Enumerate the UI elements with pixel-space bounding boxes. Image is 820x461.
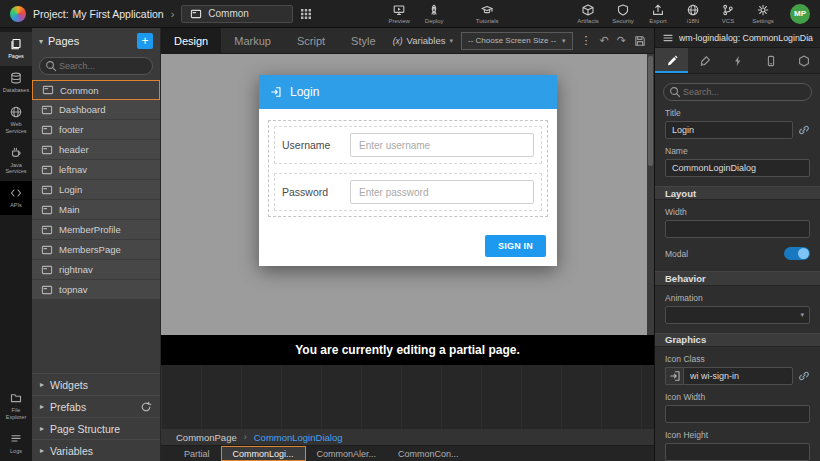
breadcrumb-current[interactable]: CommonLoginDialog — [254, 432, 343, 443]
width-input[interactable] — [665, 220, 810, 238]
page-selector[interactable]: Common — [181, 5, 293, 23]
rail-item-java-services[interactable]: Java Services — [0, 141, 32, 182]
icon-height-input[interactable] — [665, 443, 810, 461]
tab-design[interactable]: Design — [161, 28, 221, 53]
tab-device[interactable] — [754, 48, 787, 73]
bottom-tab-partial[interactable]: Partial — [173, 446, 221, 461]
username-row[interactable]: Username — [274, 126, 542, 164]
redo-icon[interactable]: ↷ — [617, 34, 626, 47]
bind-icon-class-icon[interactable] — [798, 370, 810, 382]
page-item-memberprofile[interactable]: MemberProfile — [32, 220, 160, 240]
page-icon — [41, 264, 53, 276]
password-row[interactable]: Password — [274, 173, 542, 211]
tab-style[interactable]: Style — [338, 28, 388, 53]
modal-toggle[interactable] — [784, 247, 810, 260]
username-input[interactable] — [350, 133, 534, 157]
menu-icon[interactable] — [662, 32, 674, 44]
pages-panel: ▾ Pages + Common Dashboard foo — [32, 28, 161, 461]
project-name: My First Application — [73, 8, 164, 20]
sign-in-icon — [270, 86, 282, 98]
bind-property-icon[interactable] — [798, 124, 810, 136]
save-icon[interactable] — [634, 35, 646, 47]
preview-button[interactable]: Preview — [385, 4, 413, 24]
page-item-footer[interactable]: footer — [32, 120, 160, 140]
layout-section-header[interactable]: Layout — [655, 186, 820, 200]
page-item-dashboard[interactable]: Dashboard — [32, 100, 160, 120]
add-page-button[interactable]: + — [137, 33, 153, 49]
vcs-button[interactable]: VCS — [714, 4, 742, 24]
rail-item-logs[interactable]: Logs — [0, 427, 32, 461]
panel-sections: ▸ Widgets ▸ Prefabs ▸ Page Structure ▸ V… — [32, 373, 160, 461]
refresh-icon[interactable] — [140, 401, 152, 413]
password-input[interactable] — [350, 180, 534, 204]
variables-dropdown[interactable]: (x) Variables ▾ — [393, 35, 453, 46]
page-item-topnav[interactable]: topnav — [32, 280, 160, 300]
security-button[interactable]: Security — [609, 4, 637, 24]
icon-width-field-label: Icon Width — [665, 392, 810, 402]
page-item-main[interactable]: Main — [32, 200, 160, 220]
canvas-scrollbar[interactable] — [647, 54, 654, 335]
page-content-area[interactable] — [161, 365, 654, 429]
page-item-login[interactable]: Login — [32, 180, 160, 200]
chevron-down-icon: ▾ — [450, 37, 454, 45]
pages-panel-header: ▾ Pages + — [32, 28, 160, 54]
animation-select[interactable]: ▾ — [665, 306, 810, 324]
collapse-caret-icon[interactable]: ▾ — [39, 37, 43, 46]
tab-properties[interactable] — [655, 48, 688, 73]
prefabs-section[interactable]: ▸ Prefabs — [32, 395, 160, 417]
app-logo-icon[interactable] — [10, 6, 26, 22]
title-input[interactable] — [665, 121, 793, 139]
variables-section[interactable]: ▸ Variables — [32, 439, 160, 461]
behavior-section-header[interactable]: Behavior — [655, 271, 820, 285]
tab-security[interactable] — [787, 48, 820, 73]
page-item-rightnav[interactable]: rightnav — [32, 260, 160, 280]
i18n-button[interactable]: i18N — [679, 4, 707, 24]
bottom-tab-commonconfirmdialog[interactable]: CommonCon... — [387, 446, 470, 461]
settings-button[interactable]: Settings — [749, 4, 777, 24]
icon-width-input[interactable] — [665, 405, 810, 423]
breadcrumb-parent[interactable]: CommonPage — [176, 432, 237, 443]
dialog-header[interactable]: Login — [259, 75, 557, 109]
rail-item-apis[interactable]: APIs — [0, 181, 32, 215]
rail-item-web-services[interactable]: Web Services — [0, 100, 32, 141]
page-item-memberspage[interactable]: MembersPage — [32, 240, 160, 260]
undo-icon[interactable]: ↶ — [600, 34, 609, 47]
more-options-icon[interactable]: ⋮ — [581, 34, 592, 47]
page-item-leftnav[interactable]: leftnav — [32, 160, 160, 180]
screen-size-select[interactable]: -- Choose Screen Size -- ▾ — [461, 32, 573, 50]
bottom-tab-commonlogindialog[interactable]: CommonLogi... — [221, 446, 306, 461]
chevron-right-icon[interactable]: › — [171, 8, 175, 20]
rail-item-pages[interactable]: Pages — [0, 32, 32, 66]
page-structure-section[interactable]: ▸ Page Structure — [32, 417, 160, 439]
widgets-section[interactable]: ▸ Widgets — [32, 373, 160, 395]
name-input[interactable] — [665, 159, 810, 177]
bottom-tab-commonalertdialog[interactable]: CommonAler... — [306, 446, 388, 461]
rail-item-file-explorer[interactable]: File Explorer — [0, 386, 32, 427]
page-item-common[interactable]: Common — [32, 80, 160, 100]
tab-markup[interactable]: Markup — [221, 28, 284, 53]
tab-script[interactable]: Script — [284, 28, 338, 53]
chevron-down-icon: ▾ — [562, 37, 566, 45]
pages-panel-title: Pages — [48, 35, 79, 47]
grid-menu-icon[interactable] — [300, 8, 312, 20]
rail-item-databases[interactable]: Databases — [0, 66, 32, 100]
design-canvas[interactable]: Login Username Password — [161, 54, 654, 335]
scrollbar-thumb[interactable] — [648, 56, 653, 166]
preview-icon — [393, 4, 405, 16]
login-dialog[interactable]: Login Username Password — [259, 75, 557, 266]
page-item-header[interactable]: header — [32, 140, 160, 160]
user-avatar[interactable]: MP — [790, 4, 810, 24]
graphics-section-header[interactable]: Graphics — [655, 333, 820, 347]
properties-search-input[interactable] — [663, 83, 812, 101]
tab-events[interactable] — [721, 48, 754, 73]
tutorials-button[interactable]: Tutorials — [473, 4, 501, 24]
tab-styles[interactable] — [688, 48, 721, 73]
deploy-button[interactable]: Deploy — [420, 4, 448, 24]
selected-widget-title: wm-logindialog: CommonLoginDialog — [679, 33, 813, 43]
apis-icon — [10, 187, 22, 199]
artifacts-button[interactable]: Artifacts — [574, 4, 602, 24]
export-button[interactable]: Export — [644, 4, 672, 24]
icon-class-input[interactable] — [683, 367, 793, 385]
form-region[interactable]: Username Password — [268, 120, 548, 217]
sign-in-button[interactable]: SIGN IN — [485, 235, 546, 257]
